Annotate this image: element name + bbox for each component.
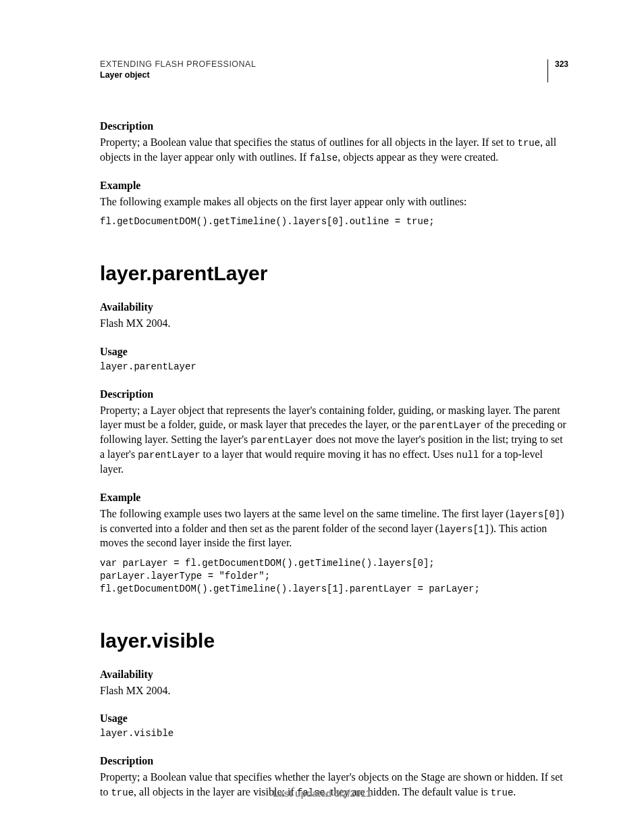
page-content: EXTENDING FLASH PROFESSIONAL Layer objec… bbox=[0, 0, 644, 800]
inline-code: parentLayer bbox=[250, 435, 313, 446]
text-fragment: to a layer that would require moving it … bbox=[200, 448, 456, 460]
description-text: Property; a Layer object that represents… bbox=[100, 403, 568, 477]
usage-heading: Usage bbox=[100, 712, 568, 725]
text-fragment: Property; a Boolean value that specifies… bbox=[100, 136, 518, 148]
api-title: layer.visible bbox=[100, 629, 568, 652]
chapter-title: Layer object bbox=[100, 70, 256, 80]
usage-heading: Usage bbox=[100, 346, 568, 358]
availability-heading: Availability bbox=[100, 301, 568, 313]
inline-code: parentLayer bbox=[138, 450, 200, 461]
usage-code: layer.visible bbox=[100, 727, 568, 740]
description-heading: Description bbox=[100, 388, 568, 400]
description-text: Property; a Boolean value that specifies… bbox=[100, 135, 568, 165]
section-outline-continued: Description Property; a Boolean value th… bbox=[100, 120, 568, 228]
code-block: fl.getDocumentDOM().getTimeline().layers… bbox=[100, 215, 568, 228]
description-heading: Description bbox=[100, 120, 568, 132]
usage-code: layer.parentLayer bbox=[100, 361, 568, 373]
text-fragment: The following example uses two layers at… bbox=[100, 508, 510, 519]
example-heading: Example bbox=[100, 492, 568, 504]
doc-title: EXTENDING FLASH PROFESSIONAL bbox=[100, 59, 256, 69]
inline-code: layers[0] bbox=[510, 509, 561, 520]
page-number-wrap: 323 bbox=[547, 59, 568, 82]
page-number: 323 bbox=[555, 59, 568, 69]
availability-text: Flash MX 2004. bbox=[100, 316, 568, 331]
description-heading: Description bbox=[100, 755, 568, 767]
inline-code: null bbox=[456, 450, 479, 461]
inline-code: parentLayer bbox=[419, 420, 481, 431]
example-intro: The following example makes all objects … bbox=[100, 194, 568, 209]
api-title: layer.parentLayer bbox=[100, 262, 568, 285]
inline-code: layers[1] bbox=[439, 524, 490, 535]
footer-last-updated: Last updated 5/2/2011 bbox=[0, 788, 644, 799]
inline-code: false bbox=[309, 153, 338, 163]
code-block: var parLayer = fl.getDocumentDOM().getTi… bbox=[100, 557, 568, 596]
availability-heading: Availability bbox=[100, 669, 568, 681]
example-intro: The following example uses two layers at… bbox=[100, 506, 568, 550]
section-visible: layer.visible Availability Flash MX 2004… bbox=[100, 629, 568, 800]
inline-code: true bbox=[518, 138, 541, 149]
running-header: EXTENDING FLASH PROFESSIONAL Layer objec… bbox=[100, 59, 568, 82]
header-left: EXTENDING FLASH PROFESSIONAL Layer objec… bbox=[100, 59, 256, 80]
text-fragment: , objects appear as they were created. bbox=[338, 151, 498, 163]
example-heading: Example bbox=[100, 180, 568, 192]
section-parentlayer: layer.parentLayer Availability Flash MX … bbox=[100, 262, 568, 595]
availability-text: Flash MX 2004. bbox=[100, 683, 568, 698]
